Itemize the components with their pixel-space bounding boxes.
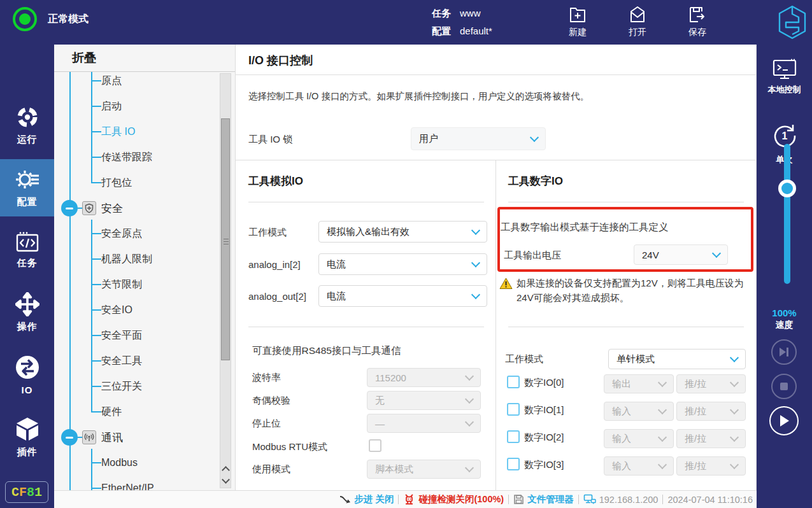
speed-slider-track[interactable]	[784, 144, 790, 284]
app-root: 正常模式 任务 www 配置 default* 新建	[0, 0, 812, 508]
usage-mode-select: 脚本模式	[367, 460, 481, 479]
modbus-rtu-label: Modbus RTU模式	[252, 441, 327, 453]
chevron-down-icon	[712, 249, 721, 258]
digital-io-0-checkbox[interactable]	[507, 376, 520, 388]
tree-item-pack-pos[interactable]: 打包位	[101, 175, 132, 190]
digital-work-mode-label: 工作模式	[505, 353, 543, 365]
tree-item-safety-plane[interactable]: 安全平面	[101, 328, 142, 343]
chevron-down-icon	[222, 476, 230, 484]
tree-line-group3	[91, 449, 92, 490]
config-tree-panel: 折叠 原点 启动 工具 IO 传送带跟	[54, 45, 236, 490]
nav-item-run[interactable]: 运行	[0, 97, 54, 154]
tree-body: 原点 启动 工具 IO 传送带跟踪 打包位 安全 安全原点 机器人限制 关节限制	[54, 72, 236, 490]
collapse-minus-icon[interactable]	[61, 200, 78, 216]
tool-voltage-select[interactable]: 24V	[634, 244, 728, 265]
tree-item-three-pos-switch[interactable]: 三位开关	[101, 379, 142, 394]
nav-item-config[interactable]: 配置	[0, 159, 54, 216]
tree-item-safety-tool[interactable]: 安全工具	[101, 353, 142, 369]
tree-item-joint-limits[interactable]: 关节限制	[101, 277, 142, 292]
baud-select: 115200	[367, 368, 481, 387]
tree-item-startup[interactable]: 启动	[101, 99, 122, 114]
analog-work-mode-select[interactable]: 模拟输入&输出有效	[318, 221, 487, 243]
save-button[interactable]: 保存	[679, 5, 716, 38]
tree-item-robot-limits[interactable]: 机器人限制	[101, 251, 152, 267]
config-value: default*	[460, 22, 492, 40]
chevron-down-icon	[658, 433, 667, 442]
play-button[interactable]	[769, 406, 799, 435]
tree-item-conveyor[interactable]: 传送带跟踪	[101, 150, 152, 165]
tree-item-modbus[interactable]: Modbus	[101, 455, 138, 470]
open-button[interactable]: 打开	[619, 5, 656, 38]
voltage-warning-text: 如果连接的设备仅支持配置为12V，则将工具电压设为24V可能会对其造成损坏。	[516, 276, 753, 305]
page-description: 选择控制工具 I/O 接口的方式。如果扩展插件控制接口，用户定义的选项将被替代。	[248, 90, 589, 102]
tree-item-origin[interactable]: 原点	[101, 73, 122, 88]
stop-button[interactable]	[771, 374, 797, 399]
digital-io-1-checkbox[interactable]	[507, 403, 520, 416]
scrollbar-thumb[interactable]	[221, 118, 230, 360]
chevron-up-icon	[222, 466, 230, 474]
run-icon	[15, 105, 39, 129]
tree-item-hardware[interactable]: 硬件	[101, 404, 122, 420]
tree-item-safety-io[interactable]: 安全IO	[101, 302, 132, 318]
local-control-button[interactable]: 本地控制	[757, 59, 812, 95]
digital-io-2-direction-select: 输入	[604, 429, 674, 448]
analog-io-title: 工具模拟IO	[248, 174, 303, 188]
tree-item-ethernet-ip[interactable]: EtherNet/IP	[101, 481, 154, 490]
chevron-down-icon	[658, 460, 667, 469]
digital-io-3-checkbox[interactable]	[507, 458, 520, 470]
svg-text:1: 1	[781, 131, 787, 141]
scroll-down-button[interactable]	[221, 476, 230, 486]
parity-label: 奇偶校验	[252, 395, 290, 407]
stop-icon	[780, 382, 788, 391]
tree-item-safety-home[interactable]: 安全原点	[101, 226, 142, 241]
chevron-down-icon	[471, 258, 480, 267]
nav-item-io[interactable]: IO	[0, 346, 54, 404]
digital-io-2-checkbox[interactable]	[507, 430, 520, 443]
tree-item-tool-io[interactable]: 工具 IO	[101, 124, 135, 139]
speed-slider-knob[interactable]	[778, 180, 796, 197]
network-icon	[583, 494, 596, 505]
file-actions: 新建 打开 保存	[559, 5, 716, 38]
network-status[interactable]: 192.168.1.200	[583, 494, 659, 505]
chevron-down-icon	[465, 395, 474, 404]
analog-out-label: analog_out[2]	[248, 291, 306, 302]
tree-scrollbar[interactable]	[220, 73, 231, 488]
collapse-minus-icon[interactable]	[61, 429, 78, 446]
step-forward-icon	[778, 347, 790, 357]
usage-mode-label: 使用模式	[252, 463, 290, 476]
task-code-icon	[15, 231, 39, 253]
plugin-cube-icon	[15, 416, 40, 442]
tree-node-safety[interactable]: 安全	[61, 199, 123, 217]
analog-in-select[interactable]: 电流	[318, 253, 487, 275]
modbus-rtu-checkbox[interactable]	[369, 439, 381, 452]
digital-work-mode-select[interactable]: 单针模式	[608, 349, 746, 369]
collision-status[interactable]: 碰撞检测关闭(100%)	[403, 493, 504, 505]
status-bar: 步进 关闭 碰撞检测关闭(100%) 文件管理器	[54, 490, 757, 508]
nav-item-operate[interactable]: 操作	[0, 284, 54, 341]
chevron-down-icon	[471, 226, 480, 235]
speed-readout: 100% 速度	[757, 307, 812, 330]
left-nav: 运行 配置 任务	[0, 45, 54, 508]
chevron-down-icon	[658, 378, 667, 387]
analog-out-select[interactable]: 电流	[318, 285, 487, 307]
io-arrows-icon	[15, 355, 40, 380]
digital-io-1-drive-select: 推/拉	[676, 402, 746, 421]
digital-io-2-drive-select: 推/拉	[676, 429, 746, 448]
tree-node-communication[interactable]: 通讯	[61, 428, 123, 446]
tree-collapse-header[interactable]: 折叠	[54, 45, 235, 72]
scroll-up-button[interactable]	[221, 463, 230, 474]
nav-item-plugin[interactable]: 插件	[0, 409, 54, 466]
step-button[interactable]	[771, 339, 797, 365]
chevron-down-icon	[730, 433, 739, 442]
nav-item-task[interactable]: 任务	[0, 222, 54, 279]
config-gear-icon	[15, 167, 40, 192]
step-status[interactable]: 步进 关闭	[339, 493, 394, 505]
chevron-down-icon	[658, 406, 667, 414]
tool-voltage-label: 工具输出电压	[504, 250, 561, 262]
digital-io-0-drive-select: 推/拉	[676, 374, 746, 393]
new-button[interactable]: 新建	[559, 5, 596, 38]
tool-io-lock-select[interactable]: 用户	[411, 127, 546, 150]
baud-label: 波特率	[252, 372, 281, 384]
digital-output-note: 工具数字输出模式基于连接的工具定义	[501, 221, 669, 234]
file-manager-button[interactable]: 文件管理器	[513, 493, 574, 505]
